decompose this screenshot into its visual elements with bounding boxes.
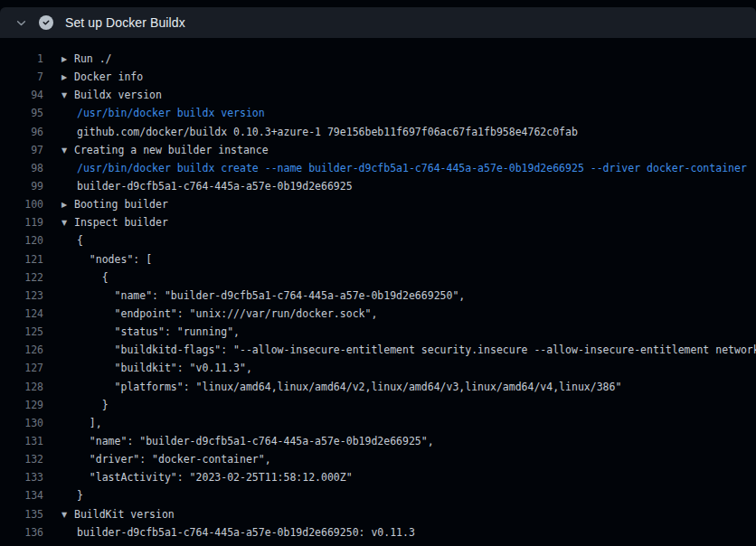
chevron-down-icon[interactable] [14,16,27,29]
log-line: 127 "buildkit": "v0.11.3", [0,359,756,377]
group-title: Docker info [74,71,143,83]
output-text: } [77,489,83,502]
actions-log-viewer: Set up Docker Buildx 1▶Run ./7▶Docker in… [0,0,756,546]
output-text: { [77,271,109,284]
output-text: ], [77,417,102,429]
log-line: 98/usr/bin/docker buildx create --name b… [0,159,756,177]
output-text: builder-d9cfb5a1-c764-445a-a57e-0b19d2e6… [77,180,353,193]
log-line: 126 "buildkitd-flags": "--allow-insecure… [0,341,756,359]
output-text: "nodes": [ [77,253,152,266]
check-circle-icon [39,15,53,30]
collapse-triangle-icon[interactable]: ▼ [61,506,74,524]
line-number[interactable]: 136 [0,523,43,541]
log-line: 133 "lastActivity": "2023-02-25T11:58:12… [0,468,756,486]
log-line[interactable]: 97▼Creating a new builder instance [0,141,756,159]
expand-triangle-icon[interactable]: ▶ [61,51,74,69]
group-title: Buildx version [74,89,162,101]
line-number[interactable]: 94 [0,86,43,104]
group-title: BuildKit version [74,508,175,521]
output-text: github.com/docker/buildx 0.10.3+azure-1 … [77,126,578,138]
output-text: "driver": "docker-container", [77,453,271,466]
output-text: "name": "builder-d9cfb5a1-c764-445a-a57e… [77,435,434,447]
output-text: "buildkitd-flags": "--allow-insecure-ent… [77,344,756,356]
line-number[interactable]: 122 [0,268,43,287]
group-title: Booting builder [74,198,168,211]
output-text: "platforms": "linux/amd64,linux/amd64/v2… [77,381,621,393]
step-header[interactable]: Set up Docker Buildx [0,7,756,38]
line-number[interactable]: 127 [0,359,43,377]
line-number[interactable]: 129 [0,396,43,414]
command-text: /usr/bin/docker buildx create --name bui… [77,162,747,174]
line-number[interactable]: 120 [0,231,43,249]
log-line: 130 ], [0,414,756,432]
log-line: 128 "platforms": "linux/amd64,linux/amd6… [0,378,756,396]
line-number[interactable]: 126 [0,341,43,359]
line-number[interactable]: 131 [0,432,43,450]
log-line[interactable]: 1▶Run ./ [0,50,756,68]
log-line: 96github.com/docker/buildx 0.10.3+azure-… [0,123,756,141]
group-title: Run ./ [74,52,112,65]
output-text: "endpoint": "unix:///var/run/docker.sock… [77,307,377,320]
log-line: 124 "endpoint": "unix:///var/run/docker.… [0,305,756,323]
output-text: } [77,399,109,411]
output-text: "status": "running", [77,325,240,338]
line-number[interactable]: 100 [0,195,43,213]
line-number[interactable]: 99 [0,177,43,195]
collapse-triangle-icon[interactable]: ▼ [61,214,74,232]
log-line[interactable]: 94▼Buildx version [0,86,756,104]
log-line[interactable]: 100▶Booting builder [0,195,756,213]
log-line: 134} [0,486,756,504]
log-line: 131 "name": "builder-d9cfb5a1-c764-445a-… [0,432,756,450]
log-line: 125 "status": "running", [0,323,756,341]
log-line: 122 { [0,268,756,287]
log-line[interactable]: 119▼Inspect builder [0,213,756,231]
line-number[interactable]: 123 [0,287,43,305]
group-title: Creating a new builder instance [74,144,269,156]
log-line: 120{ [0,231,756,249]
line-number[interactable]: 125 [0,323,43,341]
expand-triangle-icon[interactable]: ▶ [61,69,74,87]
line-number[interactable]: 97 [0,141,43,159]
group-title: Inspect builder [74,216,168,229]
output-text: "name": "builder-d9cfb5a1-c764-445a-a57e… [77,289,465,302]
step-title: Set up Docker Buildx [65,15,185,30]
log-line[interactable]: 135▼BuildKit version [0,505,756,523]
line-number[interactable]: 133 [0,468,43,486]
line-number[interactable]: 7 [0,68,43,86]
line-number[interactable]: 96 [0,123,43,141]
log-area: 1▶Run ./7▶Docker info94▼Buildx version95… [0,38,756,546]
line-number[interactable]: 121 [0,250,43,268]
log-line: 95/usr/bin/docker buildx version [0,104,756,122]
line-number[interactable]: 132 [0,450,43,468]
line-number[interactable]: 130 [0,414,43,432]
output-text: "lastActivity": "2023-02-25T11:58:12.000… [77,471,353,484]
log-line: 136builder-d9cfb5a1-c764-445a-a57e-0b19d… [0,523,756,541]
log-line[interactable]: 7▶Docker info [0,68,756,86]
expand-triangle-icon[interactable]: ▶ [61,196,74,214]
line-number[interactable]: 124 [0,305,43,323]
command-text: /usr/bin/docker buildx version [77,107,265,119]
log-line: 129 } [0,396,756,414]
log-line: 121 "nodes": [ [0,250,756,268]
line-number[interactable]: 98 [0,159,43,177]
line-number[interactable]: 134 [0,486,43,504]
output-text: "buildkit": "v0.11.3", [77,362,252,374]
log-line: 132 "driver": "docker-container", [0,450,756,468]
line-number[interactable]: 119 [0,213,43,231]
log-line: 123 "name": "builder-d9cfb5a1-c764-445a-… [0,287,756,305]
collapse-triangle-icon[interactable]: ▼ [61,87,74,105]
line-number[interactable]: 1 [0,50,43,68]
line-number[interactable]: 135 [0,505,43,523]
output-text: { [77,234,83,247]
collapse-triangle-icon[interactable]: ▼ [61,142,74,160]
output-text: builder-d9cfb5a1-c764-445a-a57e-0b19d2e6… [77,526,415,539]
line-number[interactable]: 128 [0,378,43,396]
line-number[interactable]: 95 [0,104,43,122]
log-line: 99builder-d9cfb5a1-c764-445a-a57e-0b19d2… [0,177,756,195]
